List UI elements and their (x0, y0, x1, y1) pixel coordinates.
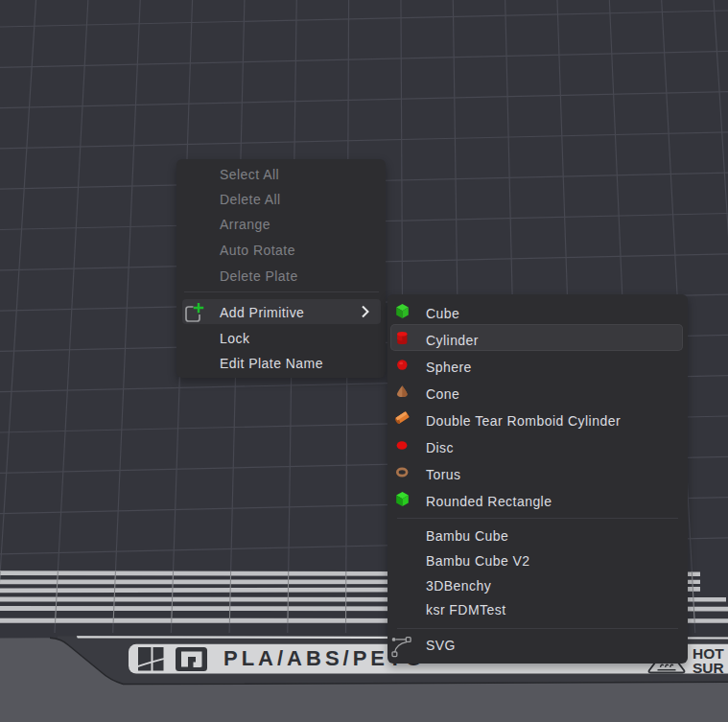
svg-text:SUR: SUR (693, 660, 724, 676)
